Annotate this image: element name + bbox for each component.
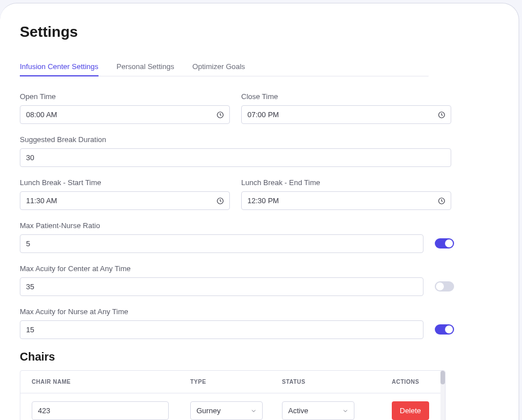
center-acuity-toggle[interactable] [435, 281, 454, 292]
column-header-type: TYPE [190, 379, 282, 385]
nurse-acuity-input[interactable] [20, 320, 423, 339]
break-duration-input[interactable] [20, 148, 451, 167]
lunch-start-input[interactable] [20, 191, 230, 210]
tab-optimizer-goals[interactable]: Optimizer Goals [192, 58, 245, 76]
chairs-section-title: Chairs [20, 350, 499, 363]
column-header-actions: ACTIONS [392, 379, 434, 385]
close-time-label: Close Time [241, 92, 451, 101]
break-duration-label: Suggested Break Duration [20, 135, 451, 144]
lunch-end-input[interactable] [241, 191, 451, 210]
tabs: Infusion Center Settings Personal Settin… [20, 58, 429, 76]
nurse-ratio-toggle[interactable] [435, 238, 454, 248]
lunch-start-label: Lunch Break - Start Time [20, 178, 230, 187]
scrollbar-track[interactable] [440, 371, 445, 420]
center-acuity-label: Max Acuity for Center at Any Time [20, 264, 423, 273]
nurse-ratio-label: Max Patient-Nurse Ratio [20, 221, 423, 230]
center-acuity-input[interactable] [20, 277, 423, 296]
chair-name-input[interactable] [32, 401, 169, 420]
chair-type-select[interactable]: Gurney [190, 401, 263, 420]
close-time-input[interactable] [241, 105, 451, 124]
nurse-ratio-input[interactable] [20, 234, 423, 253]
chairs-table: CHAIR NAME TYPE STATUS ACTIONS Gurney Ac… [20, 370, 446, 420]
scrollbar-thumb[interactable] [440, 371, 445, 384]
tab-personal-settings[interactable]: Personal Settings [117, 58, 174, 76]
page-title: Settings [20, 23, 499, 41]
open-time-label: Open Time [20, 92, 230, 101]
table-row: Gurney Active Delete [20, 393, 445, 420]
tab-infusion-center-settings[interactable]: Infusion Center Settings [20, 58, 99, 76]
lunch-end-label: Lunch Break - End Time [241, 178, 451, 187]
nurse-acuity-toggle[interactable] [435, 324, 454, 335]
open-time-input[interactable] [20, 105, 230, 124]
chair-status-select[interactable]: Active [282, 401, 354, 420]
column-header-status: STATUS [282, 379, 392, 385]
nurse-acuity-label: Max Acuity for Nurse at Any Time [20, 307, 423, 316]
column-header-name: CHAIR NAME [32, 379, 190, 385]
delete-button[interactable]: Delete [392, 401, 429, 420]
